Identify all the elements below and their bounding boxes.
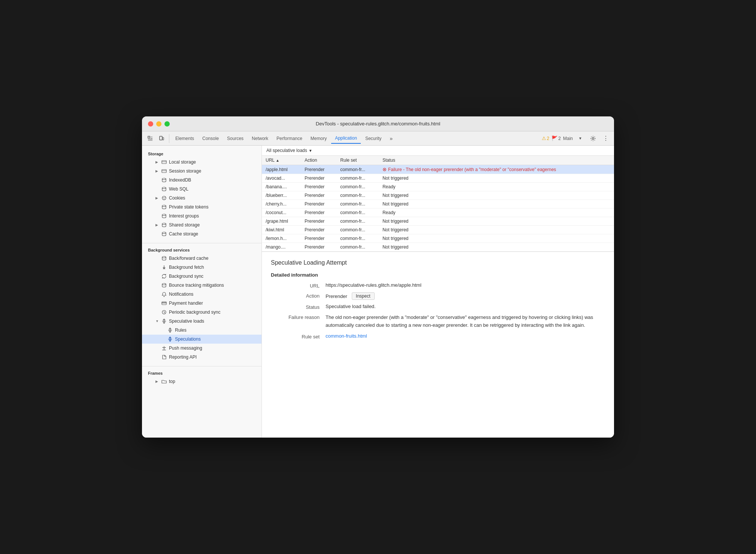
traffic-lights [148,121,170,127]
table-row[interactable]: /apple.htmlPrerendercommon-fr...⊗Failure… [262,165,614,174]
cell-status: Not triggered [379,217,614,226]
inspect-icon[interactable] [145,133,155,144]
sidebar-item-top[interactable]: ▶ top [142,377,261,386]
col-url[interactable]: URL [262,156,301,165]
sidebar-item-rules[interactable]: ▶ Rules [142,326,261,335]
more-tabs-icon[interactable]: » [386,133,396,144]
table-row[interactable]: /grape.htmlPrerendercommon-fr...Not trig… [262,217,614,226]
cell-status: Not triggered [379,191,614,200]
expand-arrow-shared-storage: ▶ [155,223,159,227]
action-label: Action [271,292,320,300]
tab-memory[interactable]: Memory [307,133,330,144]
periodic-bg-sync-label: Periodic background sync [169,310,220,315]
table-row[interactable]: /coconut...Prerendercommon-fr...Ready [262,208,614,217]
web-sql-icon [161,186,167,192]
push-messaging-label: Push messaging [169,346,202,351]
tab-console[interactable]: Console [199,133,223,144]
svg-rect-0 [148,136,150,138]
sidebar-item-interest-groups[interactable]: ▶ Interest groups [142,211,261,220]
detail-section-title: Detailed information [271,272,605,278]
ruleset-value: common-fruits.html [326,333,605,340]
sidebar-item-private-state-tokens[interactable]: ▶ Private state tokens [142,203,261,211]
sidebar-item-background-fetch[interactable]: ▶ Background fetch [142,263,261,272]
dropdown-icon[interactable]: ▼ [575,133,586,144]
table-row[interactable]: /lemon.h...Prerendercommon-fr...Not trig… [262,234,614,243]
svg-point-14 [162,205,166,207]
tab-network[interactable]: Network [248,133,272,144]
sidebar-item-cookies[interactable]: ▶ Cookies [142,194,261,203]
sidebar-item-speculative-loads[interactable]: ▼ Speculative loads [142,317,261,326]
cell-url: /lemon.h... [262,234,301,243]
ruleset-link[interactable]: common-fruits.html [326,333,367,339]
bg-services-header: Background services [142,245,261,254]
tab-application[interactable]: Application [331,133,361,144]
main-layout: Storage ▶ Local storage ▶ Session storag… [142,146,614,438]
svg-rect-1 [160,136,162,140]
payment-handler-label: Payment handler [169,301,203,306]
sidebar-item-shared-storage[interactable]: ▶ Shared storage [142,220,261,229]
svg-point-10 [162,196,166,200]
warnings-badge[interactable]: ⚠ 2 [542,136,550,141]
device-icon[interactable] [156,133,167,144]
speculations-icon [167,337,173,342]
cell-status: Not triggered [379,234,614,243]
sidebar-item-bounce-tracking[interactable]: ▶ Bounce tracking mitigations [142,281,261,290]
sidebar-item-speculations[interactable]: ▶ Speculations [142,335,261,344]
tab-security[interactable]: Security [362,133,385,144]
ruleset-label: Rule set [271,333,320,340]
action-value: Prerender Inspect [326,292,605,300]
sidebar-item-back-forward-cache[interactable]: ▶ Back/forward cache [142,254,261,263]
cell-action: Prerender [301,208,336,217]
col-status[interactable]: Status [379,156,614,165]
tab-elements[interactable]: Elements [172,133,198,144]
svg-point-11 [163,197,164,198]
filter-dropdown[interactable]: All speculative loads ▼ [266,148,312,153]
sidebar-item-payment-handler[interactable]: ▶ Payment handler [142,299,261,308]
sidebar-item-periodic-bg-sync[interactable]: ▶ Periodic background sync [142,308,261,317]
table-row[interactable]: /avocad...Prerendercommon-fr...Not trigg… [262,174,614,183]
sidebar-item-reporting-api[interactable]: ▶ Reporting API [142,353,261,362]
expand-arrow-local-storage: ▶ [155,160,159,164]
svg-point-9 [162,187,166,189]
errors-badge[interactable]: 🚩 2 [551,136,561,141]
col-action[interactable]: Action [301,156,336,165]
tab-performance[interactable]: Performance [273,133,306,144]
table-row[interactable]: /banana....Prerendercommon-fr...Ready [262,183,614,191]
tab-sources[interactable]: Sources [223,133,247,144]
sidebar-item-background-sync[interactable]: ▶ Background sync [142,272,261,281]
cell-url: /apple.html [262,165,301,174]
sidebar-item-web-sql[interactable]: ▶ Web SQL [142,185,261,194]
cell-action: Prerender [301,191,336,200]
col-ruleset[interactable]: Rule set [336,156,379,165]
devtools-toolbar: Elements Console Sources Network Perform… [142,131,614,146]
maximize-button[interactable] [164,121,170,127]
background-sync-label: Background sync [169,274,203,279]
sidebar-item-push-messaging[interactable]: ▶ Push messaging [142,344,261,353]
detail-pane: Speculative Loading Attempt Detailed inf… [262,252,614,438]
table-row[interactable]: /kiwi.htmlPrerendercommon-fr...Not trigg… [262,226,614,234]
more-options-icon[interactable]: ⋮ [601,133,611,144]
detail-title: Speculative Loading Attempt [271,259,605,266]
table-row[interactable]: /mango....Prerendercommon-fr...Not trigg… [262,243,614,252]
filter-label: All speculative loads [266,148,307,153]
sidebar-item-session-storage[interactable]: ▶ Session storage [142,167,261,176]
table-row[interactable]: /cherry.h...Prerendercommon-fr...Not tri… [262,200,614,208]
cell-status: Not triggered [379,174,614,183]
cell-url: /blueberr... [262,191,301,200]
minimize-button[interactable] [156,121,161,127]
table-row[interactable]: /blueberr...Prerendercommon-fr...Not tri… [262,191,614,200]
expand-arrow-top: ▶ [155,380,159,383]
sidebar-item-notifications[interactable]: ▶ Notifications [142,290,261,299]
sidebar-item-indexeddb[interactable]: ▶ IndexedDB [142,176,261,185]
cell-url: /coconut... [262,208,301,217]
private-state-tokens-icon [161,204,167,210]
inspect-button[interactable]: Inspect [352,292,375,300]
sidebar-item-cache-storage[interactable]: ▶ Cache storage [142,229,261,238]
close-button[interactable] [148,121,153,127]
settings-icon[interactable] [588,133,598,144]
reporting-api-label: Reporting API [169,354,197,360]
sidebar-item-local-storage[interactable]: ▶ Local storage [142,158,261,167]
top-folder-icon [161,379,167,384]
cell-status: Ready [379,183,614,191]
status-value: Speculative load failed. [326,304,605,310]
